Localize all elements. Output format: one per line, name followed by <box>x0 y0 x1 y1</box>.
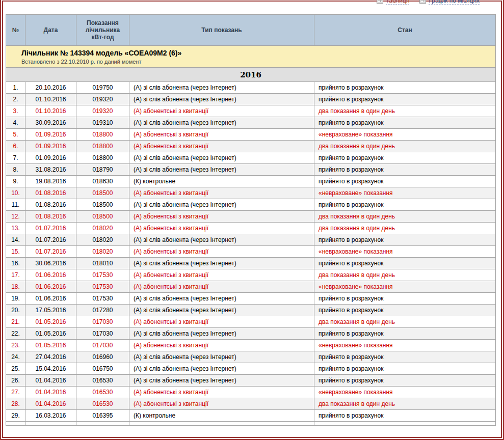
col-header-reading: Показання лічильника кВт·год <box>76 15 129 46</box>
cell-status: прийнято в розрахунок <box>314 410 496 422</box>
link-table-view[interactable]: Таблиця <box>377 0 410 5</box>
col-header-status: Стан <box>314 15 496 46</box>
cell-num: 3. <box>6 105 25 117</box>
cell-date: 01.10.2016 <box>25 94 76 105</box>
cell-num: 2. <box>6 94 25 105</box>
link-chart-label: Графік по місяцях <box>429 0 480 5</box>
table-row: 13. 01.07.2016 018020 (А) абонентські з … <box>6 223 496 234</box>
table-row: 25. 15.04.2016 016750 (А) зі слів абонен… <box>6 363 496 375</box>
cell-date: 19.08.2016 <box>25 176 76 187</box>
cell-reading: 018800 <box>76 129 129 141</box>
cell-num: 6. <box>6 141 25 152</box>
col-header-date: Дата <box>25 15 76 46</box>
cell-reading: 018500 <box>76 211 129 223</box>
cell-status: два показання в один день <box>314 141 496 152</box>
cell-type: (А) зі слів абонента (через Інтернет) <box>129 152 314 164</box>
cell-status: «невраховане» показання <box>314 187 496 199</box>
table-row: 1. 20.10.2016 019750 (А) зі слів абонент… <box>6 82 496 94</box>
cell-reading: 016960 <box>76 351 129 363</box>
cell-status: прийнято в розрахунок <box>314 305 496 316</box>
table-row: 5. 01.09.2016 018800 (А) абонентські з к… <box>6 129 496 141</box>
view-links: Таблиця Графік по місяцях <box>377 0 480 5</box>
cell-date: 01.09.2016 <box>25 129 76 141</box>
cell-date: 01.07.2016 <box>25 246 76 258</box>
cell-status: два показання в один день <box>314 316 496 328</box>
table-row: 10. 01.08.2016 018500 (А) абонентські з … <box>6 187 496 199</box>
cell-reading: 016530 <box>76 398 129 410</box>
cell-status: «невраховане» показання <box>314 281 496 293</box>
cell-type: (А) абонентські з квитанції <box>129 398 314 410</box>
table-row: 15. 01.07.2016 018020 (А) абонентські з … <box>6 246 496 258</box>
cell-status: прийнято в розрахунок <box>314 258 496 269</box>
readings-table-container: № Дата Показання лічильника кВт·год Тип … <box>6 14 496 426</box>
cell-num: 22. <box>6 328 25 340</box>
cell-type: (А) абонентські з квитанції <box>129 316 314 328</box>
table-row: 2. 01.10.2016 019320 (А) зі слів абонент… <box>6 94 496 105</box>
cell-date <box>25 422 76 426</box>
cell-type: (А) зі слів абонента (через Інтернет) <box>129 305 314 316</box>
table-row: 18. 01.06.2016 017530 (А) абонентські з … <box>6 281 496 293</box>
cell-date: 01.10.2016 <box>25 105 76 117</box>
cell-status: «невраховане» показання <box>314 387 496 398</box>
cell-date: 01.09.2016 <box>25 141 76 152</box>
cell-status: прийнято в розрахунок <box>314 152 496 164</box>
cell-num: 8. <box>6 164 25 176</box>
meter-title: Лічильник № 143394 модель «СОЕА09М2 (6)» <box>21 49 491 57</box>
table-row: 20. 17.05.2016 017280 (А) зі слів абонен… <box>6 305 496 316</box>
table-row: 11. 01.08.2016 018500 (А) зі слів абонен… <box>6 199 496 211</box>
cell-type: (А) абонентські з квитанції <box>129 281 314 293</box>
cell-status: «невраховане» показання <box>314 129 496 141</box>
cell-date: 01.07.2016 <box>25 234 76 246</box>
cell-date: 01.08.2016 <box>25 211 76 223</box>
cell-date: 31.08.2016 <box>25 164 76 176</box>
cell-reading: 016530 <box>76 375 129 387</box>
cell-status: прийнято в розрахунок <box>314 351 496 363</box>
cell-type: (А) абонентські з квитанції <box>129 211 314 223</box>
cell-num: 17. <box>6 269 25 281</box>
cell-num <box>6 422 25 426</box>
cell-reading: 018790 <box>76 164 129 176</box>
cell-num: 9. <box>6 176 25 187</box>
cell-num: 5. <box>6 129 25 141</box>
cell-reading: 018630 <box>76 176 129 187</box>
table-row: 21. 01.05.2016 017030 (А) абонентські з … <box>6 316 496 328</box>
cell-reading: 016395 <box>76 410 129 422</box>
cell-status: прийнято в розрахунок <box>314 293 496 305</box>
table-row: 4. 30.09.2016 019310 (А) зі слів абонент… <box>6 117 496 129</box>
cell-type: (А) зі слів абонента (через Інтернет) <box>129 293 314 305</box>
cell-date: 01.04.2016 <box>25 387 76 398</box>
cell-date: 01.08.2016 <box>25 199 76 211</box>
table-row: 19. 01.06.2016 017530 (А) зі слів абонен… <box>6 293 496 305</box>
table-row: 24. 27.04.2016 016960 (А) зі слів абонен… <box>6 351 496 363</box>
table-row: 7. 01.09.2016 018800 (А) зі слів абонент… <box>6 152 496 164</box>
table-row: 27. 01.04.2016 016530 (А) абонентські з … <box>6 387 496 398</box>
cell-status: прийнято в розрахунок <box>314 328 496 340</box>
cell-status: два показання в один день <box>314 223 496 234</box>
table-row: 8. 31.08.2016 018790 (А) зі слів абонент… <box>6 164 496 176</box>
cell-reading: 017280 <box>76 305 129 316</box>
cell-type <box>129 422 314 426</box>
table-row: 23. 01.05.2016 017030 (А) абонентські з … <box>6 340 496 351</box>
table-row: 22. 01.05.2016 017030 (А) зі слів абонен… <box>6 328 496 340</box>
table-row: 29. 16.03.2016 016395 (К) контрольне при… <box>6 410 496 422</box>
meter-subtitle: Встановлено з 22.10.2010 р. по даний мом… <box>21 59 491 65</box>
cell-type: (А) зі слів абонента (через Інтернет) <box>129 351 314 363</box>
cell-date: 15.04.2016 <box>25 363 76 375</box>
cell-type: (А) абонентські з квитанції <box>129 340 314 351</box>
table-row: 6. 01.09.2016 018800 (А) абонентські з к… <box>6 141 496 152</box>
cell-status: два показання в один день <box>314 211 496 223</box>
year-label: 2016 <box>6 68 496 82</box>
cell-reading: 018800 <box>76 152 129 164</box>
meter-info-row: Лічильник № 143394 модель «СОЕА09М2 (6)»… <box>6 46 496 68</box>
cell-reading: 018020 <box>76 234 129 246</box>
cell-status: два показання в один день <box>314 269 496 281</box>
cell-status: «невраховане» показання <box>314 246 496 258</box>
cell-reading: 019320 <box>76 94 129 105</box>
table-row: 9. 19.08.2016 018630 (К) контрольне прий… <box>6 176 496 187</box>
cell-type: (А) зі слів абонента (через Інтернет) <box>129 94 314 105</box>
link-chart-by-month[interactable]: Графік по місяцях <box>419 0 480 5</box>
cell-num: 12. <box>6 211 25 223</box>
cell-num: 4. <box>6 117 25 129</box>
cell-type: (А) зі слів абонента (через Інтернет) <box>129 82 314 94</box>
cell-num: 21. <box>6 316 25 328</box>
